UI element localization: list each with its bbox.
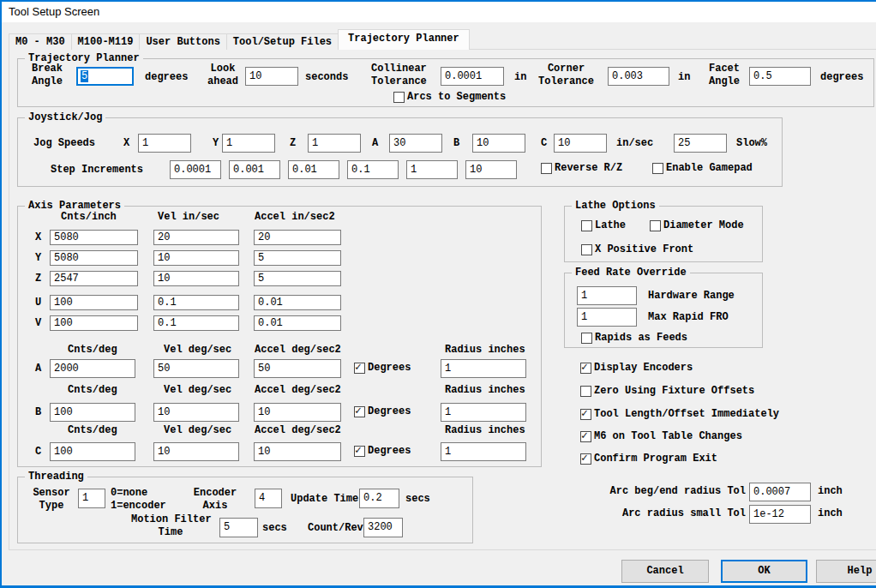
tab-m0-m30[interactable]: M0 - M30 — [9, 33, 72, 50]
checkbox-icon[interactable] — [652, 163, 663, 174]
checkbox-icon[interactable] — [580, 431, 591, 442]
display-encoders-checkbox[interactable]: Display Encoders — [580, 363, 693, 374]
b-vel-input[interactable]: 10 — [153, 403, 239, 422]
axis-parameters-group: Axis Parameters Cnts/inch Vel in/sec Acc… — [17, 206, 542, 467]
motion-filter-time-input[interactable]: 5 — [219, 518, 258, 537]
facet-angle-input[interactable]: 0.5 — [749, 67, 811, 86]
zero-using-fixture-offsets-checkbox[interactable]: Zero Using Fixture Offsets — [580, 386, 754, 397]
step-increment-4-input[interactable]: 0.1 — [347, 160, 399, 179]
window-border-left — [0, 0, 2, 588]
hardware-range-input[interactable]: 1 — [577, 286, 637, 305]
y-cnts-input[interactable]: 5080 — [50, 250, 138, 266]
u-accel-input[interactable]: 0.01 — [254, 295, 341, 310]
v-vel-input[interactable]: 0.1 — [153, 315, 239, 331]
jog-speed-b-input[interactable]: 10 — [472, 134, 525, 153]
break-angle-input[interactable]: 5 — [76, 67, 134, 86]
c-cnts-input[interactable]: 100 — [50, 442, 135, 461]
z-accel-input[interactable]: 5 — [254, 271, 341, 286]
group-label: Axis Parameters — [25, 200, 124, 212]
b-degrees-checkbox[interactable]: Degrees — [354, 406, 411, 417]
tab-m100-m119[interactable]: M100-M119 — [71, 33, 141, 50]
checkbox-icon[interactable] — [354, 446, 365, 457]
window-border-top — [0, 0, 876, 2]
checkbox-icon[interactable] — [650, 220, 661, 231]
checkbox-icon[interactable] — [580, 409, 591, 420]
jog-speed-c-input[interactable]: 10 — [554, 134, 607, 153]
jog-speed-y-input[interactable]: 1 — [222, 134, 275, 153]
b-cnts-input[interactable]: 100 — [50, 403, 135, 422]
sensor-type-input[interactable]: 1 — [78, 489, 105, 508]
a-degrees-checkbox[interactable]: Degrees — [354, 363, 411, 374]
c-radius-input[interactable]: 1 — [441, 442, 526, 461]
checkbox-icon[interactable] — [581, 220, 592, 231]
a-vel-input[interactable]: 50 — [153, 359, 239, 378]
x-accel-input[interactable]: 20 — [254, 230, 341, 245]
c-accel-input[interactable]: 10 — [254, 442, 341, 461]
v-accel-input[interactable]: 0.01 — [254, 315, 341, 331]
tab-user-buttons[interactable]: User Buttons — [139, 33, 226, 50]
checkbox-icon[interactable] — [580, 453, 591, 465]
u-vel-input[interactable]: 0.1 — [153, 295, 239, 310]
a-cnts-input[interactable]: 2000 — [50, 359, 135, 378]
z-cnts-input[interactable]: 2547 — [50, 271, 138, 286]
x-positive-front-checkbox[interactable]: X Positive Front — [581, 244, 693, 255]
help-button[interactable]: Help — [816, 560, 876, 583]
update-time-input[interactable]: 0.2 — [359, 489, 399, 508]
cancel-button[interactable]: Cancel — [621, 560, 709, 583]
c-degrees-checkbox[interactable]: Degrees — [354, 446, 411, 457]
step-increment-1-input[interactable]: 0.0001 — [170, 160, 221, 179]
checkbox-icon[interactable] — [354, 406, 365, 417]
axis-row-label-b: B — [35, 407, 41, 418]
encoder-axis-input[interactable]: 4 — [255, 489, 282, 508]
arcs-to-segments-checkbox[interactable]: Arcs to Segments — [393, 92, 506, 103]
step-increment-2-input[interactable]: 0.001 — [229, 160, 280, 179]
lathe-checkbox[interactable]: Lathe — [581, 220, 626, 231]
checkbox-icon[interactable] — [581, 244, 592, 255]
arc-radius-small-tol-input[interactable]: 1e-12 — [749, 505, 811, 524]
jog-speed-z-input[interactable]: 1 — [308, 134, 361, 153]
confirm-program-exit-checkbox[interactable]: Confirm Program Exit — [580, 453, 717, 465]
tool-length-offset-immediately-checkbox[interactable]: Tool Length/Offset Immediately — [580, 409, 779, 420]
b-radius-input[interactable]: 1 — [441, 403, 526, 422]
checkbox-icon[interactable] — [354, 363, 365, 374]
jog-speed-x-input[interactable]: 1 — [138, 134, 191, 153]
z-vel-input[interactable]: 10 — [153, 271, 239, 286]
arc-beg-end-radius-tol-input[interactable]: 0.0007 — [749, 483, 811, 501]
checkbox-icon[interactable] — [580, 363, 591, 374]
tab-tool-setup-files[interactable]: Tool/Setup Files — [226, 33, 339, 50]
break-angle-label: Break Angle — [32, 63, 63, 88]
diameter-mode-checkbox[interactable]: Diameter Mode — [650, 220, 744, 231]
corner-tolerance-input[interactable]: 0.003 — [608, 67, 669, 86]
step-increment-3-input[interactable]: 0.01 — [288, 160, 339, 179]
enable-gamepad-checkbox[interactable]: Enable Gamepad — [652, 163, 753, 174]
y-accel-input[interactable]: 5 — [254, 250, 341, 266]
reverse-rz-checkbox[interactable]: Reverse R/Z — [541, 163, 622, 174]
collinear-tolerance-input[interactable]: 0.0001 — [441, 67, 504, 86]
step-increment-5-input[interactable]: 1 — [406, 160, 458, 179]
c-vel-input[interactable]: 10 — [153, 442, 239, 461]
jog-speed-a-input[interactable]: 30 — [389, 134, 442, 153]
v-cnts-input[interactable]: 100 — [50, 315, 138, 331]
b-accel-input[interactable]: 10 — [254, 403, 341, 422]
arc-radius-small-tol-unit: inch — [818, 508, 843, 519]
tab-trajectory-planner[interactable]: Trajectory Planner — [338, 29, 470, 50]
step-increment-6-input[interactable]: 10 — [465, 160, 517, 179]
checkbox-icon[interactable] — [580, 386, 591, 397]
checkbox-icon[interactable] — [393, 92, 405, 103]
ok-button[interactable]: OK — [721, 560, 807, 583]
vel-deg-header-c: Vel deg/sec — [164, 425, 231, 436]
rapids-as-feeds-checkbox[interactable]: Rapids as Feeds — [581, 333, 687, 344]
checkbox-icon[interactable] — [541, 163, 552, 174]
count-rev-input[interactable]: 3200 — [363, 518, 403, 537]
a-accel-input[interactable]: 50 — [254, 359, 341, 378]
look-ahead-input[interactable]: 10 — [245, 67, 298, 86]
slow-percent-input[interactable]: 25 — [674, 134, 727, 153]
x-vel-input[interactable]: 20 — [153, 230, 239, 245]
max-rapid-fro-input[interactable]: 1 — [577, 308, 637, 327]
x-cnts-input[interactable]: 5080 — [50, 230, 138, 245]
a-radius-input[interactable]: 1 — [441, 359, 526, 378]
u-cnts-input[interactable]: 100 — [50, 295, 138, 310]
checkbox-icon[interactable] — [581, 333, 592, 344]
m6-on-tool-table-changes-checkbox[interactable]: M6 on Tool Table Changes — [580, 431, 742, 442]
y-vel-input[interactable]: 10 — [153, 250, 239, 266]
